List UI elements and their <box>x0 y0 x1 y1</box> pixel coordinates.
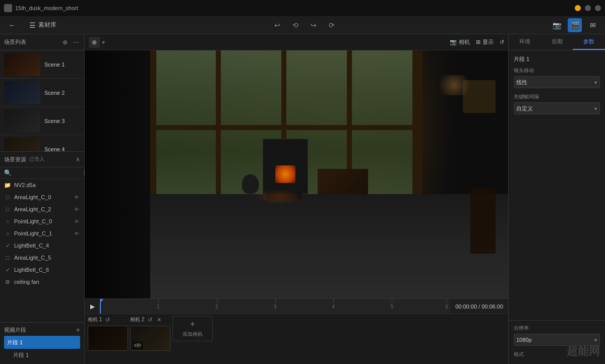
add-segment-button[interactable]: + <box>76 326 80 334</box>
resource-pointlight-c0-label: PointLight_C_0 <box>14 218 70 224</box>
segment-1-item[interactable]: 片段 1 <box>4 336 80 349</box>
resource-pointlight-c1-label: PointLight_C_1 <box>14 230 70 236</box>
resource-item[interactable]: ○ PointLight_C_0 👁 <box>0 215 84 227</box>
resource-item[interactable]: □ AreaLight_C_5 <box>0 252 84 264</box>
scene-item[interactable]: Scene 3 <box>0 107 84 135</box>
left-sidebar: 场景列表 ⊕ ⋯ Scene 1 Scene 2 <box>0 34 85 364</box>
eye-icon[interactable]: 👁 <box>73 194 80 201</box>
maximize-button[interactable] <box>585 5 591 11</box>
scene-3-label: Scene 3 <box>44 118 65 124</box>
check-icon: ✓ <box>4 242 11 249</box>
export-button[interactable]: ✉ <box>586 18 600 32</box>
resource-item[interactable]: □ AreaLight_C_2 👁 <box>0 203 84 215</box>
fan-icon: ⚙ <box>4 278 11 285</box>
area-light-icon: □ <box>4 254 11 261</box>
ruler-label-5: 5 <box>391 304 394 310</box>
scene-item[interactable]: Scene 4 <box>0 135 84 151</box>
resource-lightbelt-c4-label: LightBelt_C_4 <box>14 242 80 249</box>
camera-2-track-label: 相机 2 ↺ ✕ <box>130 316 170 323</box>
play-icon: ▶ <box>90 303 95 310</box>
ruler-label-6: 6 <box>445 304 448 310</box>
assets-button[interactable]: ☰ 素材库 <box>25 20 59 30</box>
scene-list: Scene 1 Scene 2 Scene 3 Scene 4 <box>0 50 84 151</box>
playhead-triangle <box>100 299 103 303</box>
minimize-button[interactable] <box>575 5 581 11</box>
camera-2-thumbnail: 6秒 <box>130 326 170 351</box>
camera-2-track: 相机 2 ↺ ✕ 6秒 <box>130 316 170 351</box>
ruler-label-0: 0 <box>100 304 101 310</box>
resource-item[interactable]: □ AreaLight_C_0 👁 <box>0 191 84 203</box>
scene-4-label: Scene 4 <box>44 146 65 152</box>
camera-2-close-icon[interactable]: ✕ <box>155 316 162 323</box>
resource-lightbelt-c6-label: LightBelt_C_6 <box>14 267 80 273</box>
back-button[interactable]: ← <box>5 20 19 30</box>
scene-list-menu-icon[interactable]: ⋯ <box>72 38 80 46</box>
video-mode-button[interactable]: 🎬 <box>568 18 582 32</box>
right-panel-tabs: 环境 后期 参数 <box>509 34 605 50</box>
stove-floor-glow <box>254 189 305 204</box>
scene-4-thumbnail <box>4 138 40 152</box>
toolbar-right: 📷 🎬 ✉ <box>550 18 600 32</box>
add-scene-icon[interactable]: ⊕ <box>61 38 69 46</box>
tab-parameters[interactable]: 参数 <box>573 34 605 50</box>
camera-tool-button[interactable]: 📷 相机 <box>450 38 470 46</box>
tab-environment[interactable]: 环境 <box>509 34 541 50</box>
camera-mode-button[interactable]: 📷 <box>550 18 564 32</box>
close-button[interactable] <box>595 5 601 11</box>
tab-postprocess[interactable]: 后期 <box>541 34 573 50</box>
right-panel: 环境 后期 参数 片段 1 镜头移动 线性 缓入 缓出 缓入缓出 <box>508 34 605 364</box>
scene-item[interactable]: Scene 1 <box>0 50 84 79</box>
camera-movement-label: 镜头移动 <box>514 67 600 74</box>
undo-icon[interactable]: ↩ <box>273 21 281 29</box>
nav-icon-4[interactable]: ⟳ <box>328 21 336 29</box>
camera-2-refresh-icon[interactable]: ↺ <box>146 316 153 323</box>
video-segments-panel: 视频片段 + 片段 1 片段 1 <box>0 322 84 364</box>
resource-item[interactable]: 📁 NV2.d5a <box>0 179 84 191</box>
eye-icon[interactable]: 👁 <box>73 206 80 213</box>
viewport-tools-right: 📷 相机 ⊞ 显示 ↺ <box>450 38 504 46</box>
toolbar: ← ☰ 素材库 ↩ ⟲ ↪ ⟳ 📷 🎬 ✉ <box>0 16 605 34</box>
display-tool-button[interactable]: ⊞ 显示 <box>476 38 494 46</box>
tool-dropdown-icon[interactable]: ▾ <box>102 39 105 46</box>
back-icon: ← <box>8 21 16 29</box>
camera-movement-select[interactable]: 线性 缓入 缓出 缓入缓出 <box>514 76 600 88</box>
viewport-toolbar: ⊕ ▾ 📷 相机 ⊞ 显示 ↺ <box>85 34 508 50</box>
resource-item[interactable]: ⚙ ceiling fan <box>0 276 84 288</box>
resolution-select-wrapper: 720p 1080p 2K 4K <box>514 334 600 346</box>
add-camera-label: 添加相机 <box>183 331 203 338</box>
timeline-ruler: 0 1 2 3 4 5 6 <box>100 299 450 314</box>
resource-ceiling-fan-label: ceiling fan <box>14 279 80 285</box>
move-tool-button[interactable]: ⊕ <box>89 37 100 48</box>
ruler-tick-1 <box>158 299 159 303</box>
keyframe-interval-select[interactable]: 自定义 1秒 2秒 5秒 <box>514 102 600 114</box>
window-controls <box>575 5 601 11</box>
camera-1-refresh-icon[interactable]: ↺ <box>104 316 111 323</box>
search-icon: 🔍 <box>4 169 12 176</box>
ruler-tick-6 <box>447 299 447 303</box>
eye-icon[interactable]: 👁 <box>73 230 80 237</box>
add-camera-button[interactable]: + 添加相机 <box>172 316 213 341</box>
resource-item[interactable]: ○ PointLight_C_1 👁 <box>0 227 84 239</box>
settings-tool-button[interactable]: ↺ <box>500 39 504 45</box>
resource-item[interactable]: ✓ LightBelt_C_4 <box>0 239 84 252</box>
resolution-select[interactable]: 720p 1080p 2K 4K <box>514 334 600 346</box>
bucket <box>241 174 259 194</box>
display-icon: ⊞ <box>476 39 480 45</box>
stove-glow-window <box>275 165 295 183</box>
viewport-canvas <box>85 50 508 298</box>
resource-item[interactable]: ✓ LightBelt_C_6 <box>0 264 84 276</box>
nav-icon-3[interactable]: ↪ <box>310 21 318 29</box>
main-layout: 场景列表 ⊕ ⋯ Scene 1 Scene 2 <box>0 34 605 364</box>
search-input[interactable] <box>14 170 83 176</box>
play-button[interactable]: ▶ <box>85 299 100 314</box>
video-segments-header: 视频片段 + <box>4 326 80 334</box>
stove-body <box>263 139 308 194</box>
scene-item[interactable]: Scene 2 <box>0 79 84 107</box>
timeline-tracks: 相机 1 ↺ 相机 2 ↺ ✕ 6秒 <box>85 314 508 364</box>
resources-collapse-icon[interactable]: ∧ <box>76 156 80 163</box>
nav-icon-2[interactable]: ⟲ <box>291 21 299 29</box>
subsegment-1-item[interactable]: 片段 1 <box>4 349 80 361</box>
eye-icon[interactable]: 👁 <box>73 218 80 225</box>
frame-v1 <box>216 50 221 194</box>
frame-left <box>150 50 156 194</box>
